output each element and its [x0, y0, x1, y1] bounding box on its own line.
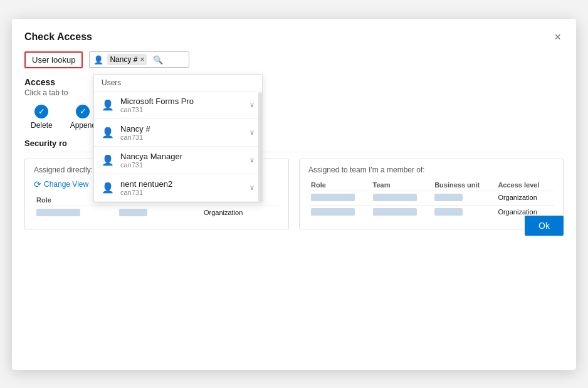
dropdown-item-name-2: Nancya Manager: [120, 152, 182, 161]
chevron-icon-3: ∨: [249, 184, 255, 192]
r-role-1: [311, 208, 355, 216]
dropdown-scrollbar[interactable]: [258, 92, 262, 202]
close-button[interactable]: ×: [552, 29, 564, 45]
perm-check-append: ✓: [76, 105, 90, 118]
chevron-icon-1: ∨: [249, 128, 255, 137]
dropdown-item-sub-1: can731: [120, 134, 150, 141]
r-role-0: [311, 194, 355, 201]
r-al-1: Organization: [498, 208, 537, 216]
chip-close-icon[interactable]: ×: [140, 55, 144, 64]
assigned-team-box: Assigned to team I'm a member of: Role T…: [299, 159, 564, 229]
col-role-right: Role: [308, 179, 370, 191]
dropdown-item-sub-2: can731: [120, 161, 182, 169]
lookup-input-box[interactable]: 👤 Nancy # × 🔍: [89, 51, 189, 68]
dropdown-item-name-3: nent nentuen2: [120, 179, 172, 189]
r-team-0: [373, 194, 417, 201]
user-avatar-icon-3: 👤: [102, 182, 114, 194]
assigned-team-title: Assigned to team I'm a member of:: [308, 165, 554, 174]
bu-cell-0: [119, 209, 147, 216]
perm-check-delete: ✓: [34, 105, 48, 118]
user-avatar-icon-1: 👤: [102, 127, 114, 139]
lookup-chip: Nancy # ×: [107, 54, 147, 65]
perm-label-append: Append: [70, 121, 96, 130]
dropdown-item-2[interactable]: 👤 Nancya Manager can731 ∨: [94, 147, 262, 174]
dropdown-item-0[interactable]: 👤 Microsoft Forms Pro can731 ∨: [94, 92, 262, 119]
chevron-icon-2: ∨: [249, 156, 255, 164]
lookup-row: User lookup 👤 Nancy # × 🔍 Users 👤 Micros…: [24, 51, 564, 68]
role-cell-0: [36, 209, 80, 216]
al-cell-0: Organization: [204, 209, 243, 216]
table-row: Organization: [308, 191, 554, 205]
check-access-dialog: Check Access × User lookup 👤 Nancy # × 🔍…: [12, 19, 576, 370]
dropdown-item-sub-3: can731: [120, 189, 172, 196]
table-row: Organization: [308, 205, 554, 219]
user-dropdown: Users 👤 Microsoft Forms Pro can731 ∨ 👤: [93, 74, 263, 202]
perm-append: ✓ Append: [70, 105, 96, 130]
dropdown-header: Users: [94, 75, 262, 92]
assigned-team-table: Role Team Business unit Access level: [308, 179, 554, 219]
r-bu-0: [434, 194, 463, 201]
table-row: Organization: [34, 206, 280, 220]
perm-label-delete: Delete: [31, 121, 53, 130]
dialog-body: User lookup 👤 Nancy # × 🔍 Users 👤 Micros…: [12, 51, 576, 248]
dropdown-item-name-0: Microsoft Forms Pro: [120, 97, 194, 106]
perm-delete: ✓ Delete: [31, 105, 53, 130]
dialog-header: Check Access ×: [12, 19, 576, 45]
chip-text: Nancy #: [110, 55, 137, 64]
user-lookup-label: User lookup: [24, 51, 83, 68]
user-avatar-icon-2: 👤: [102, 154, 114, 166]
ok-button[interactable]: Ok: [525, 216, 564, 236]
r-team-1: [373, 208, 417, 216]
dropdown-item-sub-0: can731: [120, 106, 194, 113]
search-icon[interactable]: 🔍: [153, 55, 163, 65]
col-bu-right: Business unit: [432, 179, 495, 191]
chevron-icon-0: ∨: [249, 101, 255, 109]
user-avatar-icon-0: 👤: [102, 99, 114, 111]
user-icon-small: 👤: [93, 55, 103, 65]
col-al-right: Access level: [495, 179, 554, 191]
r-al-0: Organization: [498, 194, 537, 201]
col-team-right: Team: [370, 179, 433, 191]
dropdown-item-1[interactable]: 👤 Nancy # can731 ∨: [94, 119, 262, 147]
change-view-link[interactable]: Change View: [44, 180, 88, 189]
r-bu-1: [434, 208, 463, 216]
change-view-icon: ⟳: [34, 179, 41, 189]
dropdown-item-name-1: Nancy #: [120, 124, 150, 134]
dialog-title: Check Access: [24, 31, 92, 43]
dropdown-item-3[interactable]: 👤 nent nentuen2 can731 ∨: [94, 174, 262, 202]
